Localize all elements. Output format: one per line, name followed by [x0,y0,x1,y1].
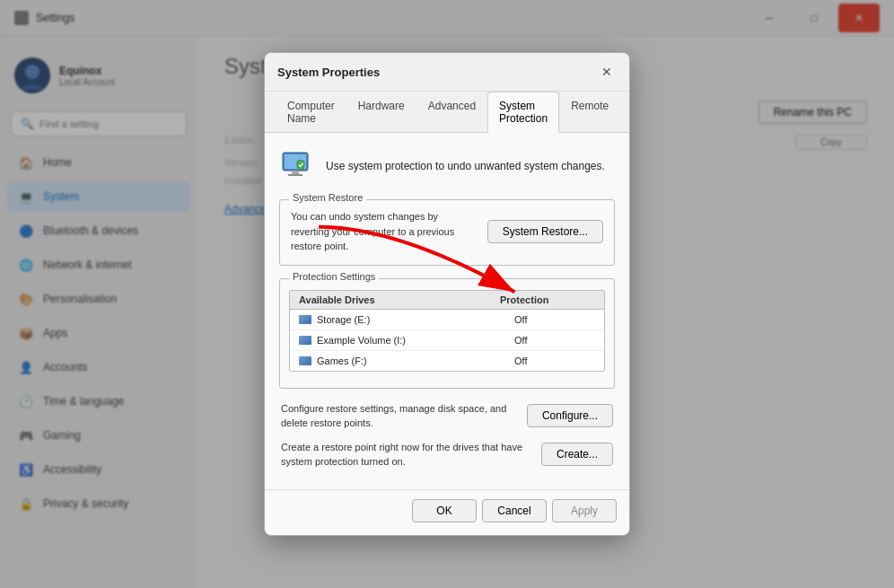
tab-computer-name[interactable]: Computer Name [276,92,346,133]
tab-advanced[interactable]: Advanced [416,92,487,133]
drives-table-body[interactable]: Storage (E:) Off Example Volume (I:) Off [290,310,604,371]
dialog-titlebar: System Properties ✕ [265,53,629,92]
drive-protection: Off [505,330,604,350]
col-scroll-spacer [590,291,604,309]
drive-name: Storage (E:) [290,310,505,329]
drive-icon [299,336,311,345]
drive-name: Example Volume (I:) [290,330,505,350]
protection-settings-title: Protection Settings [289,271,379,282]
drive-protection: Off [505,310,604,329]
restore-section-title: System Restore [289,192,366,203]
dialog-title: System Properties [277,66,380,79]
cancel-button[interactable]: Cancel [482,499,547,522]
restore-description: You can undo system changes by reverting… [291,209,478,254]
tab-system-protection[interactable]: System Protection [487,92,559,133]
create-row: Create a restore point right now for the… [279,440,615,470]
dialog-close-button[interactable]: ✕ [597,62,617,82]
table-row[interactable]: Games (F:) Off [290,351,604,371]
dialog-banner: Use system protection to undo unwanted s… [279,147,615,185]
drive-icon [299,356,311,365]
banner-text: Use system protection to undo unwanted s… [326,160,605,172]
tab-remote[interactable]: Remote [559,92,620,133]
drives-table-header: Available Drives Protection [290,291,604,310]
configure-row: Configure restore settings, manage disk … [279,401,615,431]
drive-icon [299,315,311,324]
table-row[interactable]: Example Volume (I:) Off [290,330,604,351]
create-button[interactable]: Create... [541,443,613,466]
col-protection: Protection [491,291,590,309]
system-restore-section: System Restore You can undo system chang… [279,199,615,266]
dialog-tabs: Computer Name Hardware Advanced System P… [265,92,629,133]
configure-text: Configure restore settings, manage disk … [281,401,518,431]
create-text: Create a restore point right now for the… [281,440,532,470]
table-row[interactable]: Storage (E:) Off [290,310,604,330]
restore-row: You can undo system changes by reverting… [280,200,614,265]
dialog-body: Use system protection to undo unwanted s… [265,133,629,489]
svg-rect-4 [292,171,299,174]
system-restore-button[interactable]: System Restore... [487,220,603,243]
drive-protection: Off [505,351,604,371]
drive-name: Games (F:) [290,351,505,371]
drives-table: Available Drives Protection Storage (E:)… [289,290,605,372]
dialog-overlay: System Properties ✕ Computer Name Hardwa… [0,0,894,588]
apply-button[interactable]: Apply [552,499,617,522]
dialog-footer: OK Cancel Apply [265,489,629,535]
protection-settings-section: Protection Settings Available Drives Pro… [279,278,615,389]
configure-button[interactable]: Configure... [527,404,613,427]
system-protection-icon [279,147,317,185]
ok-button[interactable]: OK [412,499,477,522]
system-properties-dialog: System Properties ✕ Computer Name Hardwa… [264,52,630,536]
svg-rect-5 [288,174,302,176]
col-available-drives: Available Drives [290,291,491,309]
tab-hardware[interactable]: Hardware [346,92,416,133]
